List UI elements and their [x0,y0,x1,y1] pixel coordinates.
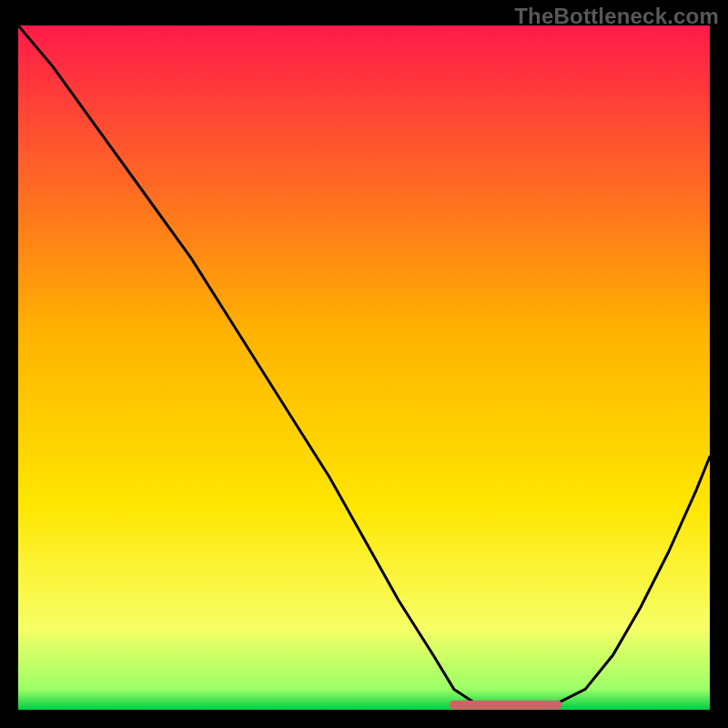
plot-background [18,25,710,710]
chart-frame: TheBottleneck.com [0,0,728,728]
bottleneck-chart [18,25,710,710]
